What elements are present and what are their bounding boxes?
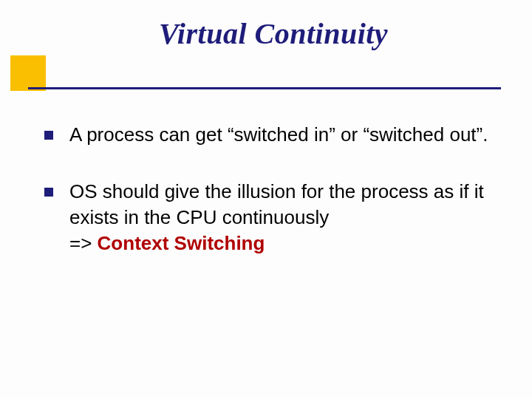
bullet-arrow: =>: [69, 232, 98, 254]
bullet-text-line: OS should give the illusion for the proc…: [69, 180, 484, 228]
list-item: OS should give the illusion for the proc…: [44, 179, 502, 256]
accent-square: [10, 55, 46, 91]
slide-title: Virtual Continuity: [0, 16, 532, 51]
bullet-icon: [44, 131, 53, 140]
title-area: Virtual Continuity: [0, 0, 532, 96]
bullet-text: OS should give the illusion for the proc…: [69, 179, 502, 256]
bullet-text: A process can get “switched in” or “swit…: [69, 122, 488, 148]
content-area: A process can get “switched in” or “swit…: [0, 96, 532, 256]
bullet-icon: [44, 188, 53, 197]
slide: Virtual Continuity A process can get “sw…: [0, 0, 532, 399]
list-item: A process can get “switched in” or “swit…: [44, 122, 502, 148]
bullet-emphasis: Context Switching: [98, 232, 265, 254]
title-underline: [28, 87, 501, 89]
